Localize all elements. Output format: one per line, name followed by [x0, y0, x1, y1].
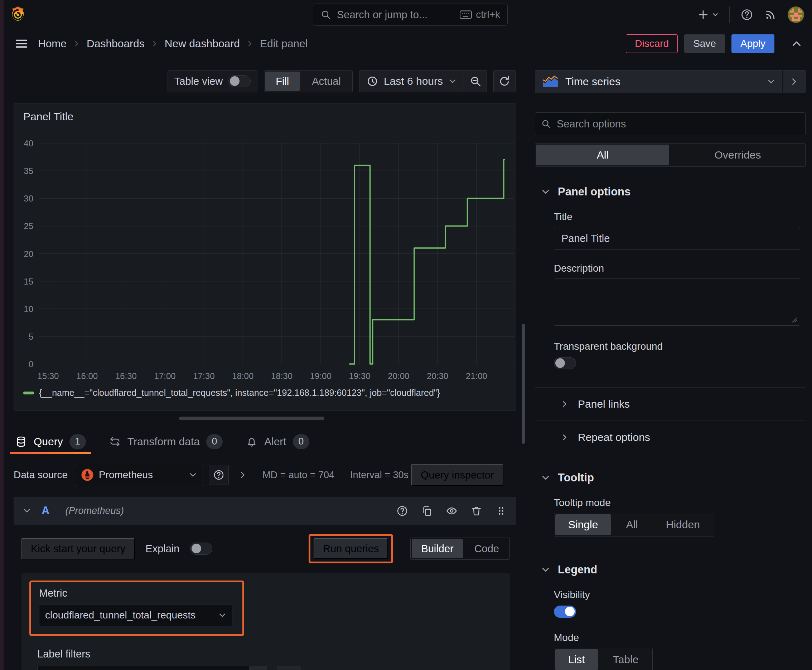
refresh-button[interactable] — [493, 70, 515, 92]
label-filters-section: Label filters Select label = Select valu… — [29, 648, 499, 670]
actual-option[interactable]: Actual — [301, 71, 352, 91]
repeat-options-row[interactable]: Repeat options — [535, 421, 805, 454]
breadcrumb-dashboards[interactable]: Dashboards — [86, 37, 145, 50]
builder-option[interactable]: Builder — [412, 539, 463, 558]
new-button[interactable] — [697, 8, 719, 21]
run-queries-button[interactable]: Run queries — [314, 538, 388, 559]
chevron-right-icon — [73, 40, 80, 47]
operator-dropdown[interactable]: = — [125, 666, 161, 670]
tab-query[interactable]: Query 1 — [15, 428, 86, 455]
query-row-header[interactable]: A (Prometheus) — [14, 497, 516, 524]
horizontal-scrollbar-thumb[interactable] — [179, 416, 324, 420]
vertical-scrollbar-thumb[interactable] — [522, 324, 525, 444]
svg-text:16:30: 16:30 — [115, 371, 137, 381]
metric-select[interactable]: cloudflared_tunnel_total_requests — [39, 604, 232, 626]
breadcrumb-home[interactable]: Home — [38, 37, 66, 50]
legend-mode-segmented: List Table — [554, 648, 653, 670]
explain-toggle[interactable] — [190, 543, 212, 555]
transform-icon — [109, 436, 121, 448]
time-series-chart[interactable]: 051015202530354015:3016:0016:3017:0017:3… — [14, 124, 516, 386]
datasource-help-button[interactable] — [209, 465, 229, 485]
svg-text:35: 35 — [24, 166, 33, 176]
kick-start-query-button[interactable]: Kick start your query — [22, 538, 135, 559]
svg-text:20:00: 20:00 — [388, 371, 409, 381]
legend-header[interactable]: Legend — [535, 563, 805, 576]
avatar[interactable] — [788, 7, 804, 23]
legend-mode-list[interactable]: List — [555, 649, 598, 670]
table-view-toggle[interactable] — [229, 75, 251, 87]
chevron-right-icon — [246, 40, 253, 47]
expand-options-chevron[interactable] — [239, 471, 247, 479]
collapse-options-button[interactable] — [791, 38, 802, 49]
duplicate-query-icon[interactable] — [421, 505, 433, 517]
description-textarea[interactable] — [554, 278, 800, 326]
tooltip-mode-single[interactable]: Single — [555, 514, 611, 535]
tooltip-mode-label: Tooltip mode — [554, 497, 805, 509]
metric-highlight-box: Metric cloudflared_tunnel_total_requests — [29, 580, 244, 636]
discard-button[interactable]: Discard — [626, 34, 678, 53]
actions-divider — [781, 36, 781, 52]
run-queries-highlight-box: Run queries — [309, 534, 393, 563]
svg-text:20: 20 — [24, 249, 33, 259]
panel-title-input[interactable]: Panel Title — [554, 227, 800, 250]
add-filter-button[interactable] — [277, 666, 301, 670]
metric-value: cloudflared_tunnel_total_requests — [45, 609, 195, 621]
select-label-dropdown[interactable]: Select label — [37, 666, 125, 670]
query-help-icon[interactable] — [396, 505, 408, 517]
apply-button[interactable]: Apply — [731, 34, 775, 53]
topbar-divider — [729, 7, 730, 23]
news-rss-button[interactable] — [764, 8, 777, 21]
drag-handle-icon[interactable] — [495, 505, 507, 517]
chevron-down-icon — [219, 611, 226, 619]
visualization-select[interactable]: Time series — [535, 70, 782, 93]
panel-options-sidebar: Time series Search options All Overrides… — [529, 58, 812, 670]
tab-alert[interactable]: Alert 0 — [246, 428, 309, 455]
search-icon — [541, 119, 551, 129]
save-button[interactable]: Save — [684, 34, 725, 53]
time-range-picker[interactable]: Last 6 hours — [359, 75, 464, 87]
datasource-select[interactable]: Prometheus — [75, 464, 203, 486]
toggle-viz-picker-button[interactable] — [783, 70, 805, 93]
svg-text:17:00: 17:00 — [154, 371, 176, 381]
svg-text:17:30: 17:30 — [193, 371, 214, 381]
topbar-actions — [697, 0, 804, 29]
tooltip-header[interactable]: Tooltip — [535, 471, 805, 484]
disable-query-eye-icon[interactable] — [446, 505, 458, 517]
grafana-logo[interactable] — [8, 5, 28, 25]
options-search-placeholder: Search options — [557, 118, 626, 130]
tab-overrides[interactable]: Overrides — [671, 145, 804, 165]
collapse-query-chevron[interactable] — [23, 507, 31, 515]
menu-toggle-button[interactable] — [14, 37, 29, 51]
legend-visibility-label: Visibility — [554, 589, 805, 601]
search-icon — [320, 9, 331, 20]
svg-text:25: 25 — [24, 221, 33, 231]
delete-query-trash-icon[interactable] — [470, 505, 482, 517]
code-option[interactable]: Code — [465, 539, 509, 558]
help-button[interactable] — [741, 8, 753, 21]
chevron-down-icon — [767, 78, 775, 86]
search-input[interactable]: Search or jump to... ctrl+k — [313, 3, 508, 26]
chevron-down-icon — [712, 12, 719, 18]
fill-option[interactable]: Fill — [265, 71, 300, 91]
tab-all[interactable]: All — [536, 145, 669, 165]
panel-links-row[interactable]: Panel links — [535, 387, 805, 421]
legend-mode-table[interactable]: Table — [600, 649, 652, 670]
title-label: Title — [554, 211, 805, 223]
zoom-out-icon — [470, 75, 481, 87]
transparent-background-toggle[interactable] — [554, 357, 576, 369]
legend-visibility-toggle[interactable] — [554, 606, 576, 618]
select-value-dropdown[interactable]: Select value — [161, 666, 249, 670]
breadcrumb-new-dashboard[interactable]: New dashboard — [165, 37, 240, 50]
tooltip-mode-all[interactable]: All — [613, 514, 651, 535]
options-search-input[interactable]: Search options — [535, 112, 805, 135]
panel-options-header[interactable]: Panel options — [535, 185, 805, 198]
query-inspector-button[interactable]: Query inspector — [411, 464, 503, 486]
resize-handle-icon[interactable] — [790, 316, 798, 323]
remove-filter-button[interactable] — [249, 666, 267, 670]
tooltip-mode-hidden[interactable]: Hidden — [653, 514, 713, 535]
datasource-label: Data source — [14, 469, 68, 481]
svg-text:19:30: 19:30 — [349, 371, 371, 381]
chart-legend[interactable]: {__name__="cloudflared_tunnel_total_requ… — [23, 387, 516, 398]
zoom-out-button[interactable] — [464, 71, 487, 92]
tab-transform-data[interactable]: Transform data 0 — [109, 428, 223, 455]
